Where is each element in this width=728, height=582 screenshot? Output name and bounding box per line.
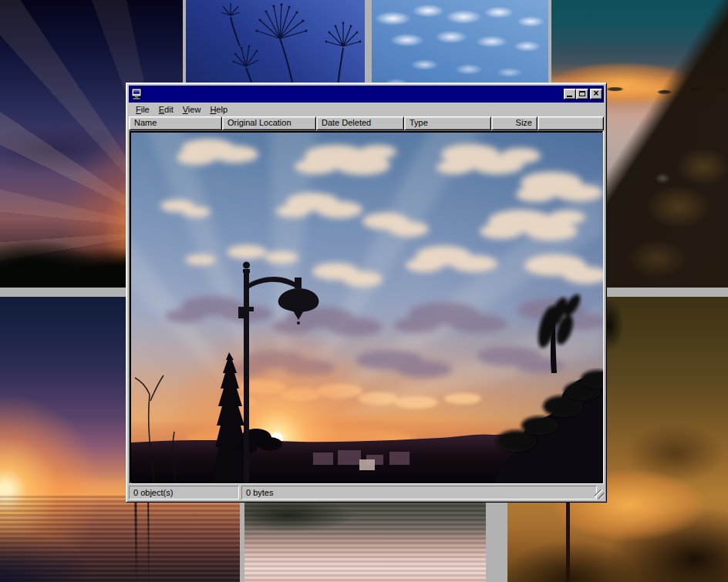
close-button[interactable]: × [590,89,602,99]
title-bar[interactable]: × [129,86,604,103]
column-header-type[interactable]: Type [404,116,491,130]
status-object-count: 0 object(s) [129,486,239,500]
window-controls: × [564,89,602,99]
minimize-icon [567,96,572,97]
status-bar: 0 object(s) 0 bytes [129,484,604,500]
menu-file[interactable]: File [131,104,154,115]
menu-edit[interactable]: Edit [154,104,178,115]
menu-view[interactable]: View [178,104,206,115]
screen: × File Edit View Help Name Original Loca… [0,0,728,582]
resize-grip[interactable] [595,489,604,499]
column-header-name[interactable]: Name [129,116,222,130]
computer-icon[interactable] [130,88,143,100]
maximize-icon [579,91,585,96]
minimize-button[interactable] [564,89,576,99]
close-icon: × [593,89,598,97]
menu-help[interactable]: Help [205,104,232,115]
recycle-bin-window: × File Edit View Help Name Original Loca… [126,82,607,503]
computer-icon-graphic [131,89,143,100]
column-header-date-deleted[interactable]: Date Deleted [316,116,404,130]
file-list-area[interactable] [129,130,604,484]
maximize-button[interactable] [576,89,588,99]
column-header-size[interactable]: Size [491,116,538,130]
column-headers: Name Original Location Date Deleted Type… [129,116,604,130]
wallpaper-photo-water-reflection [244,503,486,582]
sunset-lamp-photo [131,133,603,483]
column-header-original-location[interactable]: Original Location [222,116,316,130]
status-byte-count: 0 bytes [241,486,597,500]
column-header-blank[interactable] [538,116,604,130]
menu-bar: File Edit View Help [129,103,604,116]
